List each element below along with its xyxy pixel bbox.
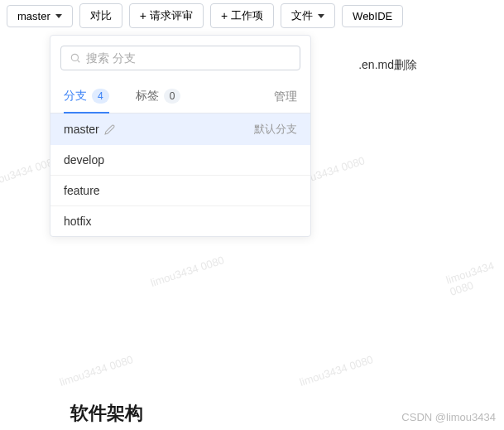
- default-branch-badge: 默认分支: [254, 122, 297, 137]
- tab-manage[interactable]: 管理: [274, 81, 297, 113]
- caret-down-icon: [55, 14, 62, 18]
- plus-icon: +: [140, 9, 146, 22]
- tab-tags[interactable]: 标签 0: [136, 80, 181, 114]
- caret-down-icon: [318, 14, 324, 18]
- commit-row-fragment: .en.md删除: [358, 58, 417, 73]
- tab-tags-label: 标签: [136, 89, 159, 104]
- svg-point-0: [71, 54, 78, 60]
- branch-item-master[interactable]: master 默认分支: [50, 114, 310, 145]
- request-review-button[interactable]: + 请求评审: [129, 3, 204, 28]
- branch-search-wrap: [50, 36, 310, 80]
- branch-name: develop: [64, 153, 297, 167]
- watermark: limou3434 0080: [298, 353, 375, 389]
- section-heading-wrap: 软件架构: [70, 401, 143, 426]
- dropdown-tabs: 分支 4 标签 0 管理: [50, 80, 310, 114]
- svg-line-1: [78, 60, 80, 63]
- compare-button[interactable]: 对比: [79, 3, 122, 28]
- plus-icon: +: [221, 9, 228, 22]
- credit-text: CSDN @limou3434: [401, 411, 496, 423]
- tab-branches[interactable]: 分支 4: [64, 80, 109, 114]
- branch-name: feature: [64, 184, 297, 197]
- watermark: limou3434 0080: [444, 257, 504, 298]
- files-button[interactable]: 文件: [281, 3, 335, 28]
- search-icon: [70, 52, 81, 64]
- branch-name-text: develop: [64, 153, 104, 167]
- branch-selector-button[interactable]: master: [7, 5, 73, 27]
- branch-name: hotfix: [64, 215, 297, 228]
- branch-dropdown: 分支 4 标签 0 管理 master 默认分支 develop: [50, 35, 311, 237]
- branch-selector-label: master: [17, 10, 50, 22]
- edit-icon[interactable]: [104, 124, 115, 135]
- branch-item-hotfix[interactable]: hotfix: [50, 206, 310, 236]
- work-item-label: 工作项: [231, 8, 263, 23]
- branch-name-text: hotfix: [64, 215, 91, 228]
- toolbar: master 对比 + 请求评审 + 工作项 文件 WebIDE: [0, 0, 504, 31]
- branch-name-text: feature: [64, 184, 100, 197]
- tab-branches-label: 分支: [64, 89, 87, 104]
- work-item-button[interactable]: + 工作项: [210, 3, 274, 28]
- tab-branches-count: 4: [92, 89, 109, 104]
- request-review-label: 请求评审: [150, 8, 193, 23]
- watermark: limou3434 0080: [149, 254, 226, 289]
- branch-name-text: master: [64, 123, 99, 136]
- branch-name: master: [64, 123, 254, 136]
- watermark: limou3434 0080: [58, 353, 135, 389]
- tab-tags-count: 0: [164, 89, 181, 104]
- branch-item-develop[interactable]: develop: [50, 145, 310, 175]
- search-input[interactable]: [86, 51, 291, 65]
- files-label: 文件: [291, 8, 313, 23]
- webide-button[interactable]: WebIDE: [342, 5, 403, 27]
- branch-list: master 默认分支 develop feature hotfix: [50, 114, 310, 236]
- section-title: 软件架构: [70, 401, 143, 426]
- search-box[interactable]: [60, 46, 300, 70]
- branch-item-feature[interactable]: feature: [50, 176, 310, 205]
